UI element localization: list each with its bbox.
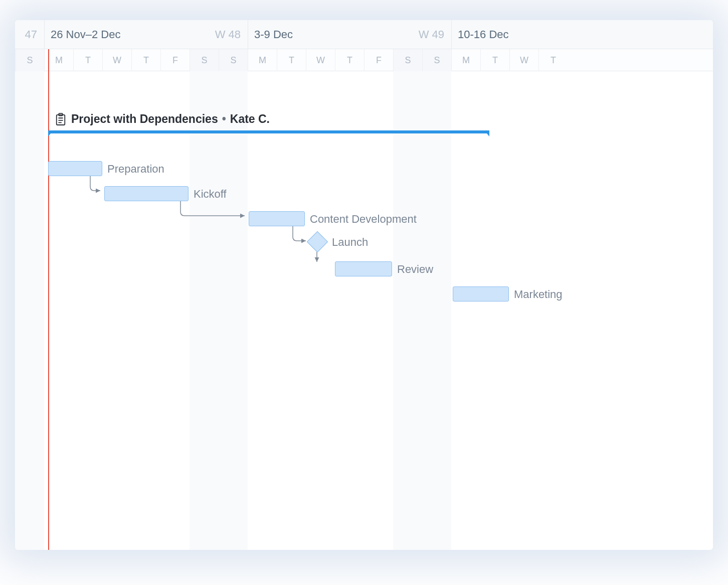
project-header[interactable]: Project with Dependencies • Kate C. (55, 112, 270, 126)
task-bar-marketing[interactable] (453, 286, 509, 302)
task-bar-content-development[interactable] (249, 211, 305, 226)
task-bar-preparation[interactable] (48, 161, 102, 176)
task-bar-review[interactable] (335, 261, 392, 276)
separator-dot: • (222, 112, 226, 126)
project-owner: Kate C. (230, 112, 270, 126)
task-label-marketing: Marketing (514, 288, 563, 301)
svg-rect-0 (57, 114, 65, 124)
project-title: Project with Dependencies (71, 112, 218, 126)
task-bar-kickoff[interactable] (104, 186, 189, 201)
gantt-panel: 47 26 Nov–2 Dec W 48 3-9 Dec W 49 10-16 … (15, 20, 713, 550)
task-label-content-dev: Content Development (310, 213, 417, 226)
task-label-review: Review (397, 263, 433, 276)
clipboard-icon (55, 113, 66, 126)
project-span-bar[interactable] (48, 130, 489, 136)
task-label-preparation: Preparation (107, 163, 164, 176)
task-label-kickoff: Kickoff (194, 188, 227, 201)
task-label-launch: Launch (332, 236, 368, 249)
